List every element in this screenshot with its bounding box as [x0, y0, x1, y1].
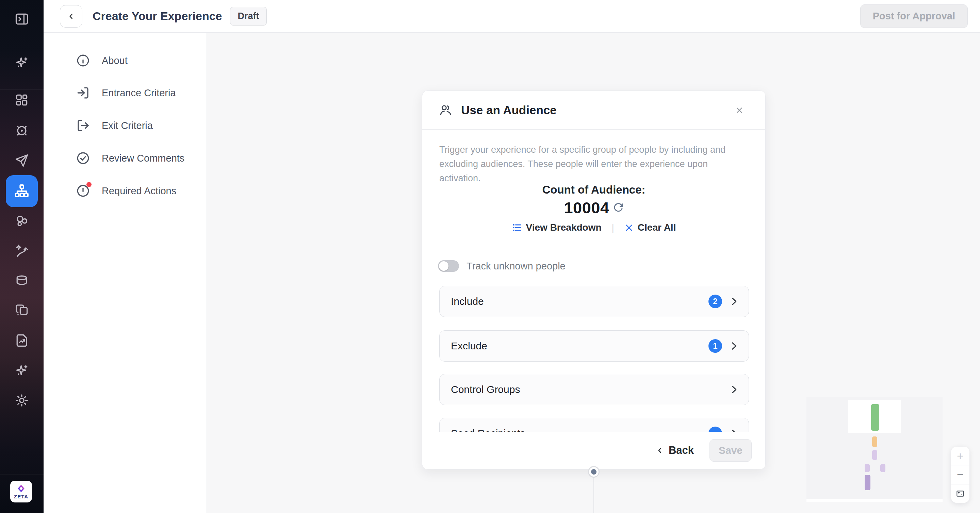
- status-badge: Draft: [230, 7, 266, 25]
- notification-dot: [86, 182, 92, 187]
- sidebar-item-exit-criteria[interactable]: Exit Criteria: [76, 118, 153, 133]
- experience-sidebar: About Entrance Criteria Exit Criteria Re…: [43, 33, 207, 513]
- minimap-bottom-strip: [807, 499, 943, 502]
- control-groups-row[interactable]: Control Groups: [439, 374, 749, 405]
- port-dot: [591, 469, 597, 475]
- fit-view-icon: [956, 489, 965, 498]
- settings-icon[interactable]: [14, 393, 29, 408]
- count-of-audience-label: Count of Audience:: [422, 183, 765, 196]
- log-in-icon: [76, 86, 90, 100]
- chevron-right-icon: [728, 295, 740, 307]
- journey-connector-line: [593, 472, 594, 513]
- back-button[interactable]: [60, 5, 82, 27]
- separator: |: [612, 222, 614, 233]
- refresh-icon[interactable]: [613, 202, 624, 213]
- chevron-right-icon: [728, 384, 740, 395]
- database-icon[interactable]: [14, 273, 29, 288]
- minimap-purple-node: [880, 464, 885, 472]
- include-row[interactable]: Include 2: [439, 286, 749, 317]
- page-title: Create Your Experience: [92, 10, 222, 23]
- rail-divider: [0, 89, 43, 89]
- count-actions: View Breakdown | Clear All: [422, 222, 765, 233]
- toggle-knob: [439, 261, 449, 271]
- exclude-row[interactable]: Exclude 1: [439, 330, 749, 362]
- post-for-approval-button[interactable]: Post for Approval: [860, 5, 968, 28]
- journey-hierarchy-icon[interactable]: [6, 175, 38, 207]
- fit-view-button[interactable]: [951, 484, 969, 503]
- sidebar-item-review-comments[interactable]: Review Comments: [76, 151, 185, 165]
- use-an-audience-modal: Use an Audience Trigger your experience …: [422, 91, 765, 469]
- panel-toggle-icon[interactable]: [14, 11, 29, 27]
- modal-title: Use an Audience: [461, 103, 557, 117]
- zoom-out-button[interactable]: −: [951, 465, 969, 484]
- chevron-right-icon: [728, 340, 740, 352]
- copy-icon[interactable]: [14, 303, 29, 318]
- track-unknown-people-row: Track unknown people: [438, 260, 566, 272]
- minimap-green-node: [871, 404, 879, 431]
- locate-icon[interactable]: [14, 123, 29, 138]
- canvas-zoom-controls: + −: [951, 447, 969, 503]
- check-circle-icon: [76, 151, 90, 165]
- minimap-orange-node: [872, 437, 877, 447]
- alert-circle-icon: [76, 184, 90, 198]
- zoom-in-button[interactable]: +: [951, 447, 969, 465]
- report-icon[interactable]: [14, 333, 29, 348]
- modal-description: Trigger your experience for a specific g…: [439, 143, 748, 186]
- x-icon: [624, 223, 633, 232]
- modal-back-button[interactable]: Back: [656, 444, 694, 457]
- minimap-purple-node: [865, 464, 870, 472]
- modal-footer: Back Save: [422, 432, 765, 469]
- dashboard-icon[interactable]: [14, 92, 29, 108]
- toggle-label: Track unknown people: [466, 260, 566, 272]
- zeta-diamond-icon: [17, 484, 25, 493]
- rail-divider: [0, 33, 43, 33]
- sidebar-item-about[interactable]: About: [76, 53, 127, 68]
- view-breakdown-link[interactable]: View Breakdown: [512, 222, 601, 233]
- track-unknown-toggle[interactable]: [438, 260, 459, 272]
- route-icon[interactable]: [14, 243, 29, 258]
- send-icon[interactable]: [14, 153, 29, 168]
- journey-connector-port[interactable]: [588, 466, 600, 478]
- close-icon[interactable]: [733, 104, 746, 116]
- minimap-purple-node: [872, 450, 877, 460]
- modal-header: Use an Audience: [422, 91, 765, 130]
- info-circle-icon: [76, 53, 90, 68]
- include-count-badge: 2: [708, 295, 722, 308]
- segments-icon[interactable]: [14, 213, 29, 228]
- zeta-logo: ZETA: [10, 481, 32, 502]
- chevron-left-icon: [67, 12, 76, 21]
- ai-sparkle-icon[interactable]: [14, 363, 29, 378]
- sidebar-item-required-actions[interactable]: Required Actions: [76, 184, 176, 198]
- ai-sparkle-icon[interactable]: [14, 55, 29, 70]
- app-rail: ZETA: [0, 0, 43, 513]
- clear-all-link[interactable]: Clear All: [624, 222, 676, 233]
- list-icon: [512, 222, 522, 233]
- users-icon: [439, 104, 452, 117]
- audience-count-value: 10004: [564, 199, 609, 217]
- chevron-left-icon: [656, 446, 664, 454]
- minimap-purple-node: [865, 475, 870, 490]
- rail-divider: [0, 475, 43, 475]
- sidebar-item-entrance-criteria[interactable]: Entrance Criteria: [76, 86, 176, 100]
- zeta-wordmark: ZETA: [14, 494, 28, 499]
- exclude-count-badge: 1: [708, 339, 722, 353]
- top-header: Create Your Experience Draft Post for Ap…: [43, 0, 980, 33]
- count-row: 10004: [422, 199, 765, 217]
- log-out-icon: [76, 118, 90, 133]
- save-button[interactable]: Save: [710, 439, 752, 462]
